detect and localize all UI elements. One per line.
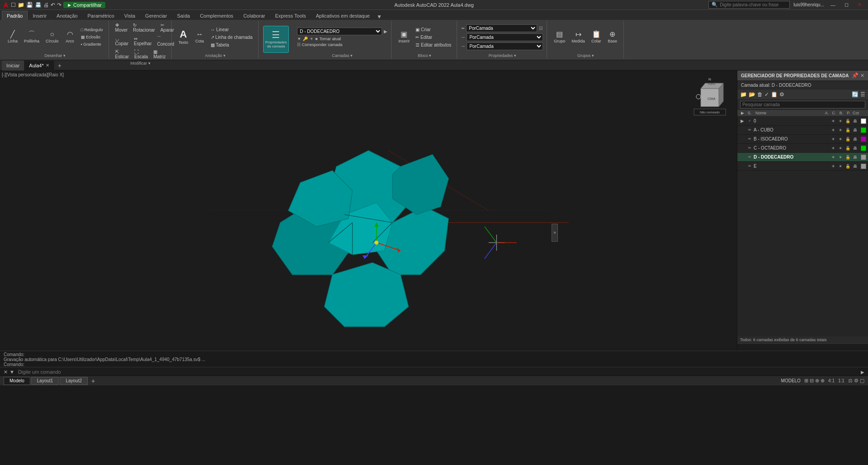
layer-freeze-e[interactable]: ☀	[837, 164, 844, 169]
layer-visible-a[interactable]: ☀	[830, 128, 836, 132]
tab-saida[interactable]: Saída	[172, 11, 195, 20]
layer-print-b[interactable]: 🖶	[852, 137, 858, 141]
base-btn[interactable]: ⊕ Base	[605, 29, 620, 45]
copiar-btn[interactable]: ◡ Copiar	[113, 34, 130, 47]
layer-delete-icon[interactable]: 🗑	[757, 91, 763, 98]
tab-complementos[interactable]: Complementos	[195, 11, 238, 20]
tab-express[interactable]: Express Tools	[270, 11, 311, 20]
layer-freeze-a[interactable]: ☀	[837, 128, 844, 132]
layer-row-e[interactable]: ✏ E ☀ ☀ 🔓 🖶	[737, 162, 868, 171]
layer-print-c[interactable]: 🖶	[852, 146, 858, 150]
layout-add-btn[interactable]: +	[89, 377, 98, 385]
linha-btn[interactable]: ╱ Linha	[5, 29, 20, 45]
medida-btn[interactable]: ↦ Medida	[569, 29, 587, 45]
layer-new-icon[interactable]: 📁	[740, 91, 747, 98]
inserir-btn[interactable]: ▣ Inserir	[396, 29, 412, 45]
rotacionar-btn[interactable]: ↻ Rotacionar	[131, 22, 156, 33]
layer-visible-0[interactable]: ☀	[830, 119, 836, 123]
layer-lock-d[interactable]: 🔓	[844, 155, 851, 160]
polilinha-btn[interactable]: ⌒ Polilinha	[22, 29, 42, 45]
command-prompt-icon[interactable]: ✕	[4, 369, 8, 375]
tornar-atual-btn[interactable]: ▶	[384, 29, 387, 34]
command-input[interactable]	[16, 368, 859, 376]
layer-visible-d[interactable]: ☀	[830, 155, 836, 160]
layer-search-input[interactable]	[740, 101, 865, 108]
layer-menu-icon[interactable]: ☰	[860, 91, 865, 98]
escala-btn[interactable]: ⛶ Escala	[132, 48, 150, 60]
texto-btn[interactable]: A Texto	[176, 28, 191, 46]
arco-btn[interactable]: ◠ Arco	[63, 29, 77, 45]
layer-panel-pin[interactable]: 📌	[852, 72, 859, 79]
minimize-btn[interactable]: —	[828, 2, 838, 8]
linha-chamada-btn[interactable]: ↗ Linha de chamada	[209, 34, 255, 41]
tab-gerenciar[interactable]: Gerenciar	[140, 11, 172, 20]
tab-inserir[interactable]: Inserir	[28, 11, 52, 20]
layer-row-c[interactable]: ✏ C - OCTAEDRO ☀ ☀ 🔓 🖶	[737, 144, 868, 153]
gradiente-btn[interactable]: ▪ Gradiente	[79, 41, 105, 47]
por-camada-select1[interactable]: PorCamada	[466, 24, 537, 32]
layer-setcurrent-icon[interactable]: ✓	[764, 91, 769, 98]
command-options-icon[interactable]: ▼	[9, 369, 14, 375]
layer-refresh-icon[interactable]: 🔄	[852, 91, 859, 98]
layer-visible-b[interactable]: ☀	[830, 137, 836, 141]
layer-print-d[interactable]: 🖶	[852, 155, 858, 160]
tab-anotacao[interactable]: Anotação	[52, 11, 82, 20]
layer-print-a[interactable]: 🖶	[852, 128, 858, 132]
layer-visible-c[interactable]: ☀	[830, 146, 836, 150]
layer-lock-e[interactable]: 🔓	[844, 164, 851, 169]
print-icon[interactable]: 🖨	[43, 2, 49, 8]
tab-vista[interactable]: Vista	[119, 11, 140, 20]
espelhar-btn[interactable]: ⇔ Espelhar	[132, 34, 153, 47]
layer-row-a[interactable]: ✏ A - CUBO ☀ ☀ 🔓 🖶	[737, 126, 868, 135]
layer-lock-b[interactable]: 🔓	[844, 137, 851, 141]
tab-apps[interactable]: Aplicativos em destaque	[311, 11, 375, 20]
share-btn[interactable]: ► Compartilhar	[63, 2, 105, 8]
open-icon[interactable]: 📁	[18, 2, 24, 8]
tab-colaborar[interactable]: Colaborar	[238, 11, 270, 20]
layout-tab-layout2[interactable]: Layout2	[60, 377, 88, 385]
layout-tab-layout1[interactable]: Layout1	[31, 377, 59, 385]
layer-row-0[interactable]: ▶ ✓ 0 ☀ ☀ 🔓 🖶	[737, 117, 868, 126]
search-placeholder[interactable]: Digite palavra-chave ou frase	[720, 2, 778, 7]
layer-freeze-b[interactable]: ☀	[837, 137, 844, 141]
criar-btn[interactable]: ▣ Criar	[414, 26, 453, 33]
layer-panel-minimize[interactable]: ✕	[860, 73, 864, 79]
panel-collapse-btn[interactable]: »	[552, 224, 558, 242]
editar-btn[interactable]: ✏ Editar	[414, 34, 453, 41]
layer-folder-icon[interactable]: 📂	[749, 91, 755, 98]
corresponder-label[interactable]: ☷ Corresponder camada	[297, 42, 342, 47]
new-tab-btn[interactable]: +	[54, 61, 65, 70]
layer-freeze-c[interactable]: ☀	[837, 146, 844, 150]
layer-visible-e[interactable]: ☀	[830, 164, 836, 169]
linear-btn[interactable]: ↔ Linear	[209, 26, 255, 33]
canvas-area[interactable]: [-][Vista personalizada][Raio X]	[0, 70, 737, 351]
layer-lock-c[interactable]: 🔓	[844, 146, 851, 150]
layer-state-icon[interactable]: 📋	[771, 91, 778, 98]
tab-iniciar[interactable]: Iniciar	[2, 61, 24, 70]
cota-btn[interactable]: ↔ Cota	[193, 29, 207, 45]
viewcube[interactable]: CIMA TOPO S N Não nomeado	[692, 75, 728, 111]
layer-freeze-0[interactable]: ☀	[837, 119, 844, 123]
por-camada-select3[interactable]: PorCamada	[467, 42, 543, 50]
retangulo-btn[interactable]: □ Retângulo	[79, 27, 105, 33]
layer-freeze-d[interactable]: ☀	[837, 155, 844, 160]
tab-parametrico[interactable]: Paramétrico	[83, 11, 119, 20]
layer-row-d[interactable]: ✏ D - DODECAEDRO ☀ ☀ 🔓 🖶	[737, 153, 868, 162]
undo-icon[interactable]: ↶	[51, 2, 55, 8]
quick-access-toolbar[interactable]: ☐ 📁 💾 📇 🖨 ↶ ↷ ► Compartilhar	[11, 2, 105, 8]
save-icon[interactable]: 💾	[26, 2, 33, 8]
matriz-btn[interactable]: ▦ Matriz	[151, 48, 167, 60]
circulo-btn[interactable]: ○ Círculo	[43, 29, 61, 45]
close-btn[interactable]: ✕	[855, 2, 864, 8]
restore-btn[interactable]: ◻	[842, 2, 851, 8]
por-camada-select2[interactable]: PorCamada	[467, 33, 543, 41]
new-icon[interactable]: ☐	[11, 2, 16, 8]
prop-camada-btn[interactable]: ☰ Propriedadesda camada	[263, 26, 289, 53]
layer-print-0[interactable]: 🖶	[852, 119, 858, 123]
layer-row-b[interactable]: ✏ B - ISOCAEDRO ☀ ☀ 🔓 🖶	[737, 135, 868, 144]
redo-icon[interactable]: ↷	[57, 2, 61, 8]
esticar-btn[interactable]: ⇱ Esticar	[113, 48, 131, 60]
grupo-btn[interactable]: ▤ Grupo	[552, 29, 567, 45]
layer-panel-input[interactable]	[740, 345, 865, 350]
eclode-btn[interactable]: ▩ Eclosão	[79, 34, 105, 40]
